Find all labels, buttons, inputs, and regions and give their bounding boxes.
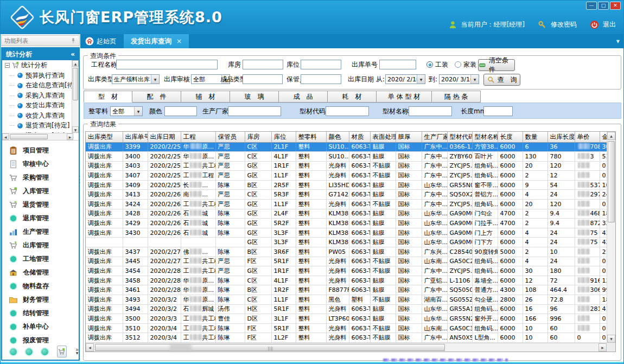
table-row[interactable]: 调拨出库34092020/2/25长...陈琳B区2R5F整料LI35HD606… — [86, 180, 607, 190]
table-row[interactable]: 调拨出库34612020/2/28华原...陈琳B区1R2F整料F8877FT6… — [86, 285, 607, 295]
table-row[interactable]: 调拨出库34942020/3/2石辉城汤伟H区5R1F整料光身料6063-T5贴… — [86, 304, 607, 314]
table-row[interactable]: 调拨出库34032020/2/25工共工程严思G区1R1F整料光身料6063-T… — [86, 161, 607, 171]
logout-link[interactable]: 退出 — [603, 20, 616, 29]
material-tab-8[interactable]: 隔 热 条 — [432, 91, 481, 103]
sidebar-item-项目管理[interactable]: 项目管理 — [2, 144, 79, 157]
column-header[interactable]: 膜厚 — [396, 132, 422, 142]
order-no-input[interactable] — [379, 60, 416, 69]
tree-item[interactable]: 在途信息查询[待 — [2, 81, 79, 91]
grid-horizontal-scrollbar[interactable]: ◀ ▶ — [86, 343, 607, 352]
column-header[interactable]: 长度 — [498, 132, 523, 142]
grid-vertical-scrollbar[interactable]: ▲ ▼ — [607, 132, 615, 343]
scroll-up-icon[interactable]: ▲ — [72, 60, 79, 67]
table-row[interactable]: 调拨出库34132020/2/26南...严思C区5R3F整料G71422606… — [86, 190, 607, 200]
tree-item[interactable]: 发货出库查询 — [2, 101, 79, 111]
column-header[interactable]: 型材名称 — [472, 132, 498, 142]
column-header[interactable]: 整零料 — [296, 132, 326, 142]
radio-家装[interactable]: 家装 — [455, 60, 476, 69]
column-header[interactable]: 工程 — [181, 132, 215, 142]
table-row[interactable]: 调拨出库34452020/2/27工共工程严思F区5R1F整料光身料6063-T… — [86, 257, 607, 266]
tree-root-node[interactable]: 统计分析 — [2, 60, 79, 71]
column-header[interactable]: 单价 — [575, 132, 600, 142]
sidebar-item-采购管理[interactable]: 采购管理 — [2, 171, 79, 184]
radio-icon[interactable] — [426, 61, 433, 68]
table-row[interactable]: 调拨出库34932020/3/2华原...陈琳C区1L1F整料黑色塑料不贴膜国标… — [86, 295, 607, 305]
material-tab-1[interactable]: 型 材 — [84, 91, 132, 103]
scroll-left-icon[interactable]: ◀ — [2, 133, 9, 140]
table-row[interactable]: 调拨出库34582020/2/28华原...陈琳C区4L1F整料光身料6063-… — [86, 276, 607, 285]
batch-select[interactable]: 全部▼ — [110, 106, 143, 116]
change-password-link[interactable]: 修改密码 — [551, 20, 577, 29]
maximize-button[interactable]: □ — [598, 2, 609, 10]
table-row[interactable]: 调拨出库34292020/2/26石城陈琳G区5R2F整料KLM38176063… — [86, 219, 607, 228]
column-header[interactable]: 库位 — [271, 132, 296, 142]
grid-vscroll-thumb[interactable] — [608, 141, 615, 222]
sidebar-item-补单中心[interactable]: 补单中心 — [2, 320, 79, 334]
warehouse-input[interactable] — [243, 60, 283, 69]
material-tab-4[interactable]: 玻 璃 — [230, 91, 279, 103]
column-header[interactable]: 材质 — [349, 132, 370, 142]
sidebar-item-入库管理[interactable]: 入库管理 — [2, 184, 79, 198]
tab-close-icon[interactable]: × — [176, 37, 182, 45]
column-header[interactable]: 保管员 — [215, 132, 245, 142]
column-header[interactable]: 金 — [600, 132, 607, 142]
pin-icon[interactable] — [70, 37, 77, 44]
sidebar-item-退货管理[interactable]: 退货管理 — [2, 198, 79, 212]
date-from-picker[interactable]: 2020/ 2/16▼ — [385, 74, 425, 84]
column-header[interactable]: 出库长度 — [547, 132, 575, 142]
sidebar-item-结转管理[interactable]: 结转管理 — [2, 306, 79, 320]
table-row[interactable]: 调拨出库35102020/3/4工共工程陈琳F区5R1F整料光身料6063-T5… — [86, 323, 607, 333]
location-input[interactable] — [301, 60, 341, 69]
tree-item[interactable]: 采购入库查询 — [2, 91, 79, 101]
table-row[interactable]: 调拨出库34302020/2/26石城陈琳G区3L3F整料KLM38176063… — [86, 228, 607, 238]
column-header[interactable]: 出库类型 — [86, 132, 123, 142]
table-row[interactable]: 调拨出库34542020/2/28工共工程严思G区1R1F整料光身料6063-T… — [86, 266, 607, 276]
scroll-down-icon[interactable]: ▼ — [72, 126, 79, 133]
tree-expander-icon[interactable] — [5, 63, 10, 68]
sidebar-item-仓储管理[interactable]: 仓储管理 — [2, 266, 79, 279]
table-row[interactable]: 调拨出库34242020/2/26工共工程严思G区1L1F整料光身料6063-T… — [86, 200, 607, 209]
radio-工装[interactable]: 工装 — [426, 60, 448, 69]
product-type-input[interactable] — [243, 74, 283, 84]
tree-vertical-scrollbar[interactable]: ▲ ▼ — [72, 60, 79, 133]
footer-dot-icon[interactable] — [10, 348, 17, 355]
footer-more-button[interactable]: » ▼ — [75, 348, 79, 355]
footer-dot-icon[interactable] — [41, 348, 48, 355]
stats-group-header[interactable]: 统计分析 « — [2, 48, 79, 60]
search-button[interactable]: 查 询 — [483, 74, 520, 86]
tab-shipping-outbound-query[interactable]: 发货出库查询 × — [124, 34, 189, 48]
sidebar-item-生产管理[interactable]: 生产管理 — [2, 225, 79, 239]
table-row[interactable]: 调拨出库34072020/2/25工工程严思G区1L1F整料光身料6063-T5… — [86, 171, 607, 181]
material-tab-7[interactable]: 单 体 型 材 — [377, 91, 432, 103]
minimize-button[interactable]: — — [586, 2, 597, 10]
table-row[interactable]: 调拨出库34002020/2/25华原...严思C区4L1F整料SU10...6… — [86, 152, 607, 162]
scroll-left-icon[interactable]: ◀ — [86, 343, 94, 352]
tree-item[interactable]: 收货入库查询 — [2, 111, 79, 121]
sidebar-item-出库管理[interactable]: 出库管理 — [2, 239, 79, 252]
tree-item[interactable]: 预算执行查询 — [2, 71, 79, 81]
table-row[interactable]: 调拨出库33992020/2/25华原...严思C区2L1F整料SU10...6… — [86, 142, 607, 152]
scroll-right-icon[interactable]: ▶ — [598, 343, 607, 352]
column-header[interactable]: 出库单号 — [123, 132, 148, 142]
scroll-right-icon[interactable]: ▶ — [67, 133, 73, 140]
tab-home[interactable]: 起始页 — [80, 34, 124, 48]
sidebar-item-财务管理[interactable]: 财务管理 — [2, 293, 79, 306]
column-header[interactable]: 颜色 — [326, 132, 349, 142]
table-row[interactable]: 调拨出库35002020/3/3工共工程曹佳D区3L1F整料LT3P606063… — [86, 314, 607, 324]
close-button[interactable]: ✕ — [610, 2, 621, 10]
sidebar-item-审核中心[interactable]: 审核中心 — [2, 157, 79, 171]
date-to-picker[interactable]: 2020/ 3/16▼ — [439, 74, 479, 84]
out-type-select[interactable]: 生产领料出库▼ — [112, 74, 160, 84]
scroll-down-icon[interactable]: ▼ — [607, 335, 615, 343]
scroll-up-icon[interactable]: ▲ — [607, 132, 615, 140]
tree-horizontal-scrollbar[interactable]: ◀ ▶ — [2, 133, 73, 140]
project-name-input[interactable] — [116, 60, 218, 69]
clear-conditions-button[interactable]: 清空条件 — [478, 59, 515, 71]
column-header[interactable]: 出库日期 — [148, 132, 181, 142]
material-tab-6[interactable]: 耗 材 — [328, 91, 377, 103]
column-header[interactable]: 表面处理 — [370, 132, 396, 142]
footer-cart-button[interactable] — [57, 346, 67, 357]
collapse-icon[interactable]: « — [71, 50, 75, 58]
table-row[interactable]: 调拨出库34282020/2/26石城陈琳G区2L4F整料KLM38176063… — [86, 209, 607, 219]
footer-dot-icon[interactable] — [26, 348, 33, 355]
